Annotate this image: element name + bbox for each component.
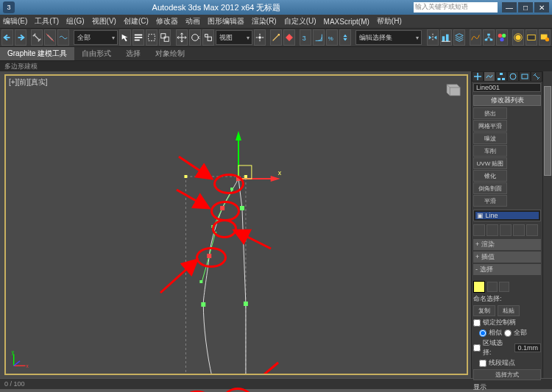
rotate-button[interactable] (189, 29, 201, 46)
menu-tools[interactable]: 工具(T) (35, 16, 59, 26)
paste-selection-button[interactable]: 粘贴 (498, 305, 520, 316)
preset-bevelprofile[interactable]: 倒角剖面 (473, 182, 507, 194)
layer-manager-button[interactable] (453, 29, 465, 46)
configure-sets-icon[interactable] (526, 224, 538, 236)
cmd-tab-hierarchy[interactable] (495, 71, 507, 82)
ref-coord-dropdown[interactable]: 视图 (216, 30, 252, 45)
render-button[interactable] (539, 29, 551, 46)
menu-modifier[interactable]: 修改器 (156, 16, 178, 26)
segment-end-checkbox[interactable] (479, 360, 486, 367)
pin-stack-icon[interactable] (473, 224, 485, 236)
menu-bar: 编辑(E) 工具(T) 组(G) 视图(V) 创建(C) 修改器 动画 图形编辑… (0, 15, 552, 29)
align-button[interactable] (440, 29, 452, 46)
stack-tool-row (473, 224, 541, 236)
all-radio[interactable] (504, 329, 512, 337)
help-search-input[interactable]: 输入关键字或短语 (414, 2, 498, 13)
rollout-render[interactable]: + 渲染 (473, 239, 541, 250)
cmd-tab-utilities[interactable] (531, 71, 542, 82)
command-panel-scrollbar[interactable] (542, 71, 552, 378)
ribbon-tab-selection[interactable]: 选择 (118, 47, 148, 60)
similar-radio[interactable] (479, 329, 486, 337)
manipulate-button[interactable] (270, 29, 282, 46)
object-name-field[interactable]: Line001 (473, 83, 541, 92)
preset-lathe[interactable]: 车削 (473, 145, 507, 157)
pivot-center-button[interactable] (254, 29, 266, 46)
unlink-button[interactable] (44, 29, 56, 46)
menu-help[interactable]: 帮助(H) (377, 16, 402, 26)
command-panel-tabs (472, 71, 542, 82)
spinner-snap-button[interactable] (339, 29, 351, 46)
preset-smooth[interactable]: 平滑 (473, 195, 507, 207)
preset-uvwmap[interactable]: UVW 贴图 (473, 157, 507, 169)
ribbon-subpanel[interactable]: 多边形建模 (0, 61, 552, 71)
svg-rect-13 (442, 36, 445, 41)
scrollbar-thumb[interactable] (544, 86, 551, 176)
select-by-name-button[interactable] (132, 29, 144, 46)
modifier-list-dropdown[interactable]: 修改器列表 (473, 95, 541, 106)
copy-selection-button[interactable]: 复制 (473, 305, 495, 316)
area-select-checkbox[interactable] (473, 344, 481, 352)
menu-create[interactable]: 创建(C) (124, 16, 149, 26)
preset-meshsmooth[interactable]: 网格平滑 (473, 120, 507, 132)
named-selection-dropdown[interactable]: 编辑选择集 (355, 30, 422, 45)
lock-handles-checkbox[interactable] (473, 319, 481, 327)
render-frame-button[interactable] (526, 29, 537, 46)
ribbon-tab-graphite[interactable]: Graphite 建模工具 (0, 47, 74, 60)
ribbon-tab-freeform[interactable]: 自由形式 (74, 47, 118, 60)
remove-modifier-icon[interactable] (513, 224, 525, 236)
svg-rect-50 (244, 302, 248, 306)
snap-toggle-button[interactable]: 3 (300, 29, 311, 46)
cmd-tab-display[interactable] (519, 71, 531, 82)
schematic-view-button[interactable] (483, 29, 495, 46)
preset-taper[interactable]: 锥化 (473, 170, 507, 182)
rect-select-button[interactable] (146, 29, 158, 46)
curve-editor-button[interactable] (470, 29, 481, 46)
selection-filter-dropdown[interactable]: 全部 (74, 30, 118, 45)
angle-snap-button[interactable] (313, 29, 325, 46)
preset-extrude[interactable]: 挤出 (473, 107, 507, 119)
spline-subobject-icon[interactable] (499, 282, 509, 292)
render-setup-button[interactable] (512, 29, 524, 46)
ribbon-bar: Graphite 建模工具 自由形式 选择 对象绘制 (0, 47, 552, 61)
percent-snap-button[interactable]: % (326, 29, 338, 46)
menu-render[interactable]: 渲染(R) (252, 16, 277, 26)
menu-grapheditor[interactable]: 图形编辑器 (208, 16, 244, 26)
scale-button[interactable] (202, 29, 214, 46)
menu-view[interactable]: 视图(V) (92, 16, 116, 26)
menu-edit[interactable]: 编辑(E) (3, 16, 27, 26)
bind-spacewarp-button[interactable] (57, 29, 69, 46)
modifier-stack[interactable]: ▣ Line (473, 210, 541, 221)
show-end-result-icon[interactable] (486, 224, 498, 236)
svg-line-64 (14, 361, 20, 366)
area-value-field[interactable]: 0.1mm (514, 343, 541, 352)
move-button[interactable] (176, 29, 188, 46)
select-by-button[interactable]: 选择方式 (473, 369, 541, 380)
redo-button[interactable] (15, 29, 26, 46)
undo-button[interactable] (1, 29, 13, 46)
rollout-interpolation[interactable]: + 插值 (473, 252, 541, 263)
minimize-button[interactable]: — (502, 2, 517, 13)
material-editor-button[interactable] (496, 29, 508, 46)
keyframe-toggle-button[interactable] (283, 29, 295, 46)
make-unique-icon[interactable] (500, 224, 512, 236)
maximize-button[interactable]: □ (518, 2, 533, 13)
segment-subobject-icon[interactable] (487, 282, 498, 292)
window-crossing-button[interactable] (159, 29, 171, 46)
select-button[interactable] (119, 29, 131, 46)
menu-group[interactable]: 组(G) (66, 16, 84, 26)
menu-maxscript[interactable]: MAXScript(M) (324, 18, 369, 26)
menu-anim[interactable]: 动画 (185, 16, 200, 26)
viewport[interactable]: [+][前][真实] x (4, 74, 468, 375)
mirror-button[interactable] (427, 29, 439, 46)
rollout-selection[interactable]: - 选择 (473, 264, 541, 275)
ribbon-tab-objectpaint[interactable]: 对象绘制 (148, 47, 192, 60)
cmd-tab-modify[interactable] (484, 71, 495, 82)
cmd-tab-create[interactable] (472, 71, 484, 82)
preset-noise[interactable]: 噪波 (473, 132, 507, 144)
close-button[interactable]: ✕ (534, 2, 549, 13)
stack-item-line[interactable]: ▣ Line (475, 212, 539, 219)
menu-custom[interactable]: 自定义(U) (284, 16, 316, 26)
link-button[interactable] (31, 29, 43, 46)
cmd-tab-motion[interactable] (507, 71, 519, 82)
vertex-subobject-swatch[interactable] (473, 281, 485, 293)
